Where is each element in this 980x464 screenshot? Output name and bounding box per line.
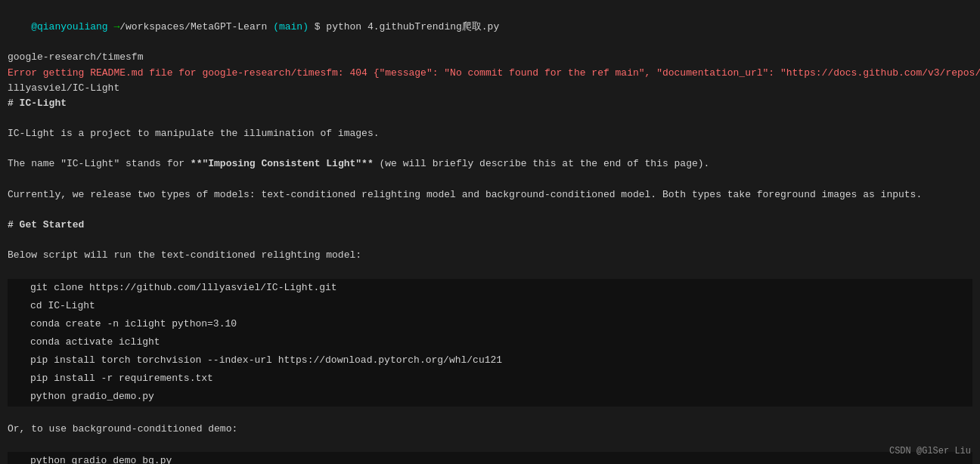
prompt-branch: (main) — [273, 21, 309, 32]
blank6 — [8, 263, 972, 278]
desc3-line: Currently, we release two types of model… — [8, 187, 972, 203]
code2-line: cd IC-Light — [8, 297, 972, 315]
code3-line: conda create -n iclight python=3.10 — [8, 315, 972, 333]
desc4-line: Below script will run the text-condition… — [8, 248, 972, 263]
prompt-cmd — [309, 21, 315, 32]
footer-watermark: CSDN @GlSer Liu — [889, 444, 971, 458]
error1-line: Error getting README.md file for google-… — [8, 66, 972, 81]
code8-line: python gradio_demo_bg.py — [8, 452, 972, 464]
blank3 — [8, 172, 972, 187]
blank8 — [8, 437, 972, 452]
blank2 — [8, 141, 972, 156]
blank5 — [8, 233, 972, 248]
prompt-user: @qianyouliang — [31, 21, 107, 32]
prompt-command: $ python 4.githubTrending爬取.py — [315, 21, 499, 32]
prompt-path: /workspaces/MetaGPT-Learn — [119, 21, 267, 32]
code7-line: python gradio_demo.py — [8, 388, 972, 406]
output-lines: google-research/timesfm Error getting RE… — [8, 50, 972, 464]
repo1-line: google-research/timesfm — [8, 50, 972, 65]
prompt-line: @qianyouliang →/workspaces/MetaGPT-Learn… — [8, 5, 972, 50]
terminal-window: @qianyouliang →/workspaces/MetaGPT-Learn… — [0, 0, 980, 464]
bold-text: **"Imposing Consistent Light"** — [191, 158, 374, 169]
repo2-line: lllyasviel/IC-Light — [8, 81, 972, 96]
code6-line: pip install -r requirements.txt — [8, 370, 972, 388]
blank1 — [8, 111, 972, 126]
heading1-line: # IC-Light — [8, 96, 972, 111]
code1-line: git clone https://github.com/lllyasviel/… — [8, 279, 972, 297]
blank4 — [8, 203, 972, 218]
code4-line: conda activate iclight — [8, 333, 972, 351]
code5-line: pip install torch torchvision --index-ur… — [8, 351, 972, 370]
prompt-space — [267, 21, 273, 32]
blank7 — [8, 407, 972, 422]
desc5-line: Or, to use background-conditioned demo: — [8, 422, 972, 437]
desc2-line: The name "IC-Light" stands for **"Imposi… — [8, 156, 972, 172]
heading2-line: # Get Started — [8, 218, 972, 233]
desc1-line: IC-Light is a project to manipulate the … — [8, 126, 972, 141]
